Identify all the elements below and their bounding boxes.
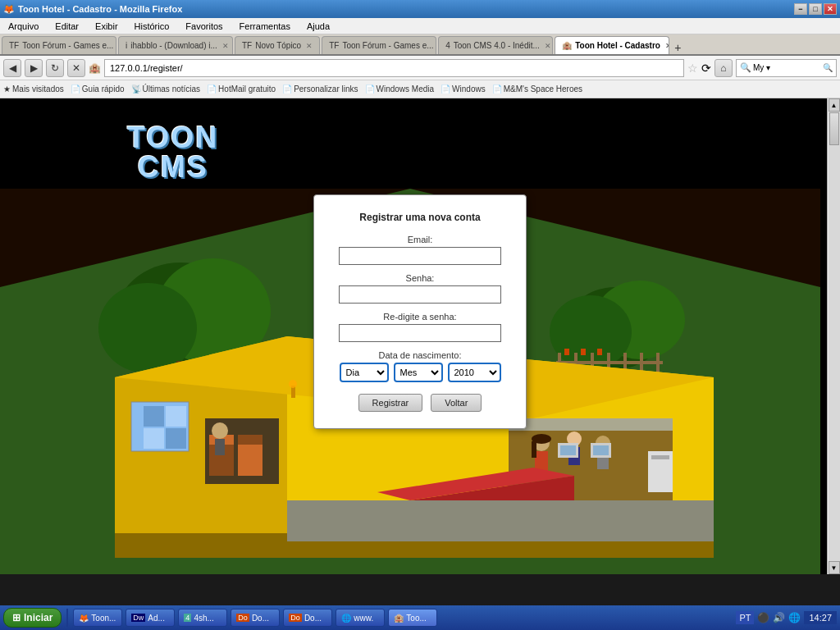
new-tab-button[interactable]: + <box>671 41 684 54</box>
tab-2-close[interactable]: ✕ <box>306 42 313 50</box>
tab-5[interactable]: 🏨 Toon Hotel - Cadastro ✕ <box>555 36 669 54</box>
taskbar-too-icon: 🏨 <box>394 614 404 623</box>
menu-bar: Arquivo Editar Exibir Histórico Favorito… <box>0 18 840 34</box>
tray-icon-2: 🌐 <box>788 612 801 623</box>
scroll-track <box>829 112 840 561</box>
svg-rect-27 <box>166 406 186 427</box>
taskbar: ⊞ Iniciar 🦊 Toon... Dw Ad... 4 4sh... Do… <box>0 605 840 630</box>
svg-rect-16 <box>556 361 663 364</box>
tab-1[interactable]: i ihabblo - (Download) i... ✕ <box>118 36 233 54</box>
bookmark-noticias[interactable]: 📡 Últimas notícias <box>131 84 201 94</box>
close-button[interactable]: ✕ <box>824 3 837 15</box>
language-indicator: PT <box>736 611 754 624</box>
search-label: My ▾ <box>753 63 770 72</box>
tab-4-icon: 4 <box>445 41 450 50</box>
scroll-up-button[interactable]: ▲ <box>829 98 840 112</box>
svg-rect-34 <box>238 435 262 445</box>
search-go-icon[interactable]: 🔍 <box>823 63 833 72</box>
tray-icon-1: 🔊 <box>773 612 785 623</box>
windows-icon: ⊞ <box>12 612 21 623</box>
bookmark-windows[interactable]: 📄 Windows <box>441 84 486 94</box>
menu-ajuda[interactable]: Ajuda <box>302 20 335 33</box>
bookmark-guia-rapido[interactable]: 📄 Guia rápido <box>71 84 125 94</box>
minimize-button[interactable]: − <box>794 3 807 15</box>
bookmark-hotmail[interactable]: 📄 HotMail gratuito <box>207 84 276 94</box>
url-icon: 🏨 <box>89 62 101 74</box>
taskbar-too-label: Too... <box>406 614 426 623</box>
reload-button[interactable]: ↻ <box>46 59 64 77</box>
email-input[interactable] <box>339 247 501 265</box>
mes-select[interactable]: Mes JanFevMar AbrMaiJun <box>394 363 443 382</box>
tab-1-label: ihabblo - (Download) i... <box>130 41 217 50</box>
tab-5-close[interactable]: ✕ <box>665 42 669 50</box>
svg-point-4 <box>98 283 197 373</box>
button-row: Registrar Voltar <box>339 394 501 412</box>
bookmark-mms[interactable]: 📄 M&M's Space Heroes <box>492 84 582 94</box>
stop-button[interactable]: ✕ <box>67 59 85 77</box>
search-input[interactable] <box>772 63 821 72</box>
star-icon[interactable]: ☆ <box>687 62 698 75</box>
svg-rect-36 <box>215 439 225 455</box>
dia-select[interactable]: Dia 123 <box>340 363 389 382</box>
register-modal: Registrar uma nova conta Email: Senha: R… <box>313 194 527 429</box>
senha-input[interactable] <box>339 285 501 304</box>
tab-4[interactable]: 4 Toon CMS 4.0 - Inédit... ✕ <box>438 36 553 54</box>
tab-0[interactable]: TF Toon Fórum - Games e... ✕ <box>2 36 116 54</box>
taskbar-do1[interactable]: Do Do... <box>231 609 280 627</box>
redigite-input[interactable] <box>339 324 501 342</box>
bookmark-rss-icon: 📡 <box>131 84 141 94</box>
bookmark-guia-rapido-label: Guia rápido <box>82 84 125 94</box>
forward-button[interactable]: ▶ <box>25 59 43 77</box>
scroll-down-button[interactable]: ▼ <box>829 561 840 574</box>
voltar-button[interactable]: Voltar <box>431 394 482 412</box>
menu-arquivo[interactable]: Arquivo <box>3 20 43 33</box>
tab-3-label: Toon Fórum - Games e... <box>342 41 433 50</box>
tab-2[interactable]: TF Novo Tópico ✕ <box>235 36 320 54</box>
email-group: Email: <box>339 235 501 265</box>
menu-favoritos[interactable]: Favoritos <box>180 20 227 33</box>
date-row: Dia 123 Mes JanFevMar AbrMaiJun 2010 200… <box>339 363 501 382</box>
menu-editar[interactable]: Editar <box>50 20 84 33</box>
taskbar-too[interactable]: 🏨 Too... <box>388 609 437 627</box>
bookmark-windows-label: Windows <box>452 84 486 94</box>
taskbar-www[interactable]: 🌐 www. <box>336 609 385 627</box>
taskbar-do2[interactable]: Do Do... <box>283 609 332 627</box>
tab-bar: TF Toon Fórum - Games e... ✕ i ihabblo -… <box>0 34 840 56</box>
dob-group: Data de nascimento: Dia 123 Mes JanFevMa… <box>339 350 501 382</box>
start-button[interactable]: ⊞ Iniciar <box>3 608 62 628</box>
bookmark-page-icon-4: 📄 <box>365 84 375 94</box>
window-controls: − □ ✕ <box>794 3 837 15</box>
bookmark-page-icon-2: 📄 <box>207 84 217 94</box>
bookmark-personalizar[interactable]: 📄 Personalizar links <box>282 84 358 94</box>
tab-1-close[interactable]: ✕ <box>222 42 229 50</box>
registrar-button[interactable]: Registrar <box>358 394 423 412</box>
maximize-button[interactable]: □ <box>809 3 822 15</box>
tab-2-label: Novo Tópico <box>255 41 301 50</box>
svg-rect-20 <box>597 349 602 355</box>
tab-4-close[interactable]: ✕ <box>545 42 551 50</box>
toon-text: TOON <box>127 123 218 153</box>
address-bar: ◀ ▶ ↻ ✕ 🏨 ☆ ⟳ ⌂ 🔍 My ▾ 🔍 <box>0 56 840 80</box>
taskbar-right: PT ⚫ 🔊 🌐 14:27 <box>736 611 837 624</box>
cms-text: CMS <box>127 153 218 182</box>
back-button[interactable]: ◀ <box>3 59 21 77</box>
taskbar-dw[interactable]: Dw Ad... <box>126 609 175 627</box>
taskbar-www-label: www. <box>354 614 373 623</box>
menu-historico[interactable]: Histórico <box>130 20 175 33</box>
menu-ferramentas[interactable]: Ferramentas <box>235 20 295 33</box>
ano-select[interactable]: 2010 200920082000 <box>448 363 501 382</box>
bookmark-windows-media-label: Windows Media <box>377 84 435 94</box>
bookmark-windows-media[interactable]: 📄 Windows Media <box>365 84 435 94</box>
taskbar-firefox[interactable]: 🦊 Toon... <box>73 609 122 627</box>
tab-3[interactable]: TF Toon Fórum - Games e... ✕ <box>322 36 436 54</box>
refresh-icon[interactable]: ⟳ <box>701 62 711 75</box>
menu-exibir[interactable]: Exibir <box>90 20 123 33</box>
bookmark-mais-visitados[interactable]: ★ Mais visitados <box>3 84 64 94</box>
scroll-thumb[interactable] <box>829 112 839 145</box>
url-input[interactable] <box>104 59 684 77</box>
bookmark-hotmail-label: HotMail gratuito <box>218 84 276 94</box>
home-button[interactable]: ⌂ <box>714 59 733 77</box>
toon-cms-logo: TOON CMS <box>127 123 218 182</box>
taskbar-4sh[interactable]: 4 4sh... <box>178 609 227 627</box>
redigite-group: Re-digite a senha: <box>339 312 501 342</box>
